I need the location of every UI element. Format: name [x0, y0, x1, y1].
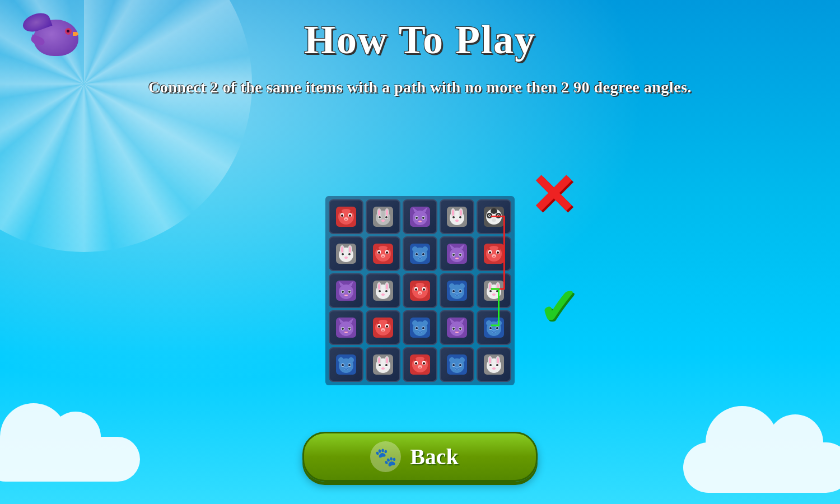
svg-point-208 [379, 364, 381, 366]
svg-point-54 [341, 246, 343, 253]
svg-point-33 [452, 209, 454, 216]
grid-cell[interactable] [440, 199, 474, 234]
grid-cell[interactable] [329, 347, 363, 382]
svg-point-27 [422, 217, 424, 219]
svg-point-140 [497, 283, 499, 290]
game-grid [325, 196, 515, 385]
svg-point-189 [496, 327, 498, 329]
svg-point-122 [423, 288, 425, 291]
svg-point-185 [496, 320, 502, 326]
svg-point-159 [378, 325, 380, 328]
svg-point-193 [338, 357, 344, 363]
svg-point-86 [459, 254, 461, 256]
grid-cell[interactable] [477, 199, 511, 234]
svg-point-77 [422, 253, 424, 255]
svg-point-38 [459, 216, 461, 218]
grid-cell[interactable] [403, 273, 437, 308]
grid-cell[interactable] [477, 347, 511, 382]
svg-point-215 [415, 362, 417, 365]
grid-cell[interactable] [403, 310, 437, 345]
grid-cell[interactable] [329, 273, 363, 308]
cloud-left [0, 437, 140, 482]
game-area: ✕ ✓ [325, 196, 515, 385]
grid-cell[interactable] [329, 236, 363, 271]
svg-point-166 [412, 320, 418, 326]
grid-cell[interactable] [366, 273, 400, 308]
svg-point-110 [378, 283, 380, 290]
svg-point-39 [455, 220, 459, 222]
svg-point-123 [418, 291, 422, 295]
svg-point-21 [413, 211, 427, 225]
svg-point-34 [460, 209, 462, 216]
svg-point-49 [491, 208, 497, 214]
grid-cell[interactable] [329, 199, 363, 234]
svg-point-14 [386, 209, 388, 216]
grid-cell[interactable] [403, 347, 437, 382]
svg-point-205 [386, 357, 388, 364]
grid-cell[interactable] [403, 199, 437, 234]
grid-cell[interactable] [477, 236, 511, 271]
svg-point-217 [418, 365, 422, 368]
svg-point-210 [381, 367, 385, 370]
svg-point-233 [489, 357, 491, 364]
svg-point-234 [497, 357, 499, 364]
svg-point-114 [379, 290, 381, 292]
grid-cell[interactable] [403, 236, 437, 271]
grid-cell[interactable] [440, 236, 474, 271]
svg-point-153 [348, 328, 351, 330]
svg-point-58 [342, 253, 344, 255]
svg-point-85 [452, 254, 455, 256]
svg-point-4 [341, 214, 343, 217]
grid-cell[interactable] [366, 236, 400, 271]
svg-point-5 [349, 214, 351, 217]
svg-point-60 [344, 256, 348, 259]
svg-point-188 [489, 327, 492, 329]
svg-point-226 [452, 364, 455, 366]
svg-point-180 [459, 328, 461, 330]
svg-point-94 [492, 254, 496, 258]
grid-cell[interactable] [366, 310, 400, 345]
svg-point-170 [416, 327, 418, 329]
svg-point-65 [378, 251, 380, 254]
svg-point-133 [459, 290, 461, 292]
svg-point-80 [450, 248, 464, 262]
grid-cell[interactable] [440, 347, 474, 382]
grid-cell[interactable] [366, 199, 400, 234]
svg-point-26 [416, 217, 418, 219]
grid-cell[interactable] [440, 310, 474, 345]
svg-point-6 [344, 217, 348, 221]
instruction-text: Connect 2 of the same items with a path … [0, 78, 840, 96]
svg-point-238 [496, 364, 498, 366]
svg-point-72 [412, 246, 418, 252]
svg-point-143 [489, 290, 492, 292]
svg-point-104 [348, 291, 351, 293]
svg-point-174 [450, 321, 464, 336]
svg-point-92 [489, 251, 491, 254]
svg-point-76 [416, 253, 418, 255]
svg-point-194 [348, 357, 354, 363]
svg-point-222 [449, 357, 455, 363]
svg-point-111 [386, 283, 388, 290]
svg-point-46 [489, 215, 490, 216]
svg-point-47 [498, 215, 499, 216]
grid-cell[interactable] [329, 310, 363, 345]
paw-emoji: 🐾 [375, 446, 397, 468]
svg-point-48 [492, 218, 496, 222]
red-x-mark: ✕ [529, 168, 576, 224]
svg-point-98 [339, 284, 353, 299]
grid-cell[interactable] [440, 273, 474, 308]
svg-point-198 [348, 364, 351, 366]
svg-point-67 [381, 254, 385, 258]
svg-point-144 [496, 290, 498, 292]
grid-cell[interactable] [477, 310, 511, 345]
svg-point-59 [348, 253, 351, 255]
back-button-container: 🐾 Back [302, 432, 538, 482]
svg-point-239 [492, 367, 496, 370]
svg-point-121 [415, 288, 417, 291]
back-button[interactable]: 🐾 Back [302, 432, 538, 482]
svg-point-128 [449, 283, 455, 289]
svg-point-17 [379, 216, 381, 218]
grid-cell[interactable] [477, 273, 511, 308]
svg-point-93 [497, 251, 499, 254]
grid-cell[interactable] [366, 347, 400, 382]
